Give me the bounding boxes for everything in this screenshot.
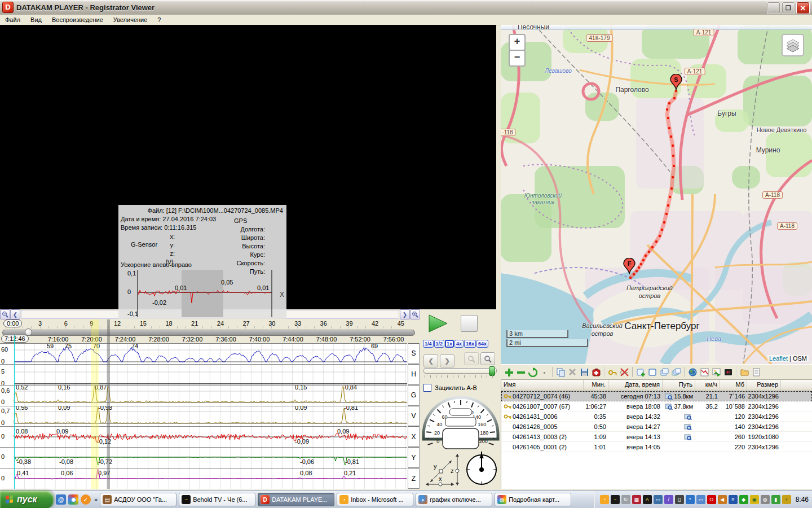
speed-button-1x[interactable]: 1x — [445, 340, 454, 348]
file-table[interactable]: ИмяМин.Дата, времяПутькм/чМбРазмер 04270… — [501, 380, 812, 489]
task-button-chrome[interactable]: ◍Подробная карт... — [495, 493, 571, 506]
track-S[interactable]: 6005975707469 — [0, 343, 407, 365]
track-G[interactable]: 0,600,520,160,870,15-0,84 — [0, 385, 407, 406]
speed-button-1/4[interactable]: 1/4 — [423, 340, 434, 348]
reminder-icon[interactable]: ◔ — [600, 495, 609, 504]
task-button-firefox[interactable]: ◗график отключе... — [416, 493, 492, 506]
track-X[interactable]: 00,080,09-0,12-0,090,09 — [0, 426, 407, 448]
card-reader-icon[interactable]: ▮ — [771, 495, 780, 504]
key-new-icon[interactable]: + — [782, 495, 791, 504]
oracle-icon[interactable]: O — [707, 495, 716, 504]
leaflet-link[interactable]: Leaflet — [769, 355, 788, 362]
zoom-out-icon[interactable] — [0, 309, 10, 319]
sensor-tracks-panel[interactable]: 6005975707469S50H0,600,520,160,870,15-0,… — [0, 343, 420, 489]
speed-button-1/2[interactable]: 1/2 — [434, 340, 445, 348]
firstaid-icon[interactable] — [590, 366, 602, 378]
video-icon[interactable] — [722, 366, 734, 378]
copy-icon[interactable] — [555, 366, 566, 378]
pen-icon[interactable]: / — [664, 495, 673, 504]
stop-button[interactable] — [461, 315, 478, 332]
column-header-3[interactable]: Путь — [663, 380, 695, 391]
zoom-in-icon[interactable] — [410, 309, 420, 319]
table-row[interactable]: 04261426_00050:50вчера 14:271402304x1296 — [501, 422, 812, 432]
add-icon[interactable] — [503, 366, 514, 378]
menu-item-1[interactable]: Вид — [25, 16, 47, 24]
menu-item-2[interactable]: Воспроизведение — [47, 16, 108, 24]
audio-icon[interactable]: ◍ — [761, 495, 770, 504]
close-button[interactable]: ✕ — [796, 2, 810, 14]
map-marker-S[interactable]: S — [670, 74, 682, 91]
task-button-datakam[interactable]: DDATAKAM PLAYE... — [258, 493, 334, 506]
restore-button[interactable]: ❐ — [782, 2, 795, 14]
table-row[interactable]: 04270712_0074 (46)45:38сегодня 07:1315.8… — [501, 391, 812, 401]
task-button-behold[interactable]: ~Behold TV - Че (6... — [179, 493, 255, 506]
monitor-icon[interactable]: ▭ — [696, 495, 705, 504]
table-row[interactable]: 04261413_0003 (2)1:09вчера 14:132601920x… — [501, 432, 812, 442]
diamond-icon[interactable]: ◆ — [739, 495, 748, 504]
keyboard-layout-icon[interactable]: ▦ — [632, 495, 641, 504]
timeline-slider[interactable] — [0, 329, 420, 335]
osm-link[interactable]: OSM — [793, 355, 807, 362]
table-row[interactable]: 04261405_0001 (2)1:01вчера 14:052202304x… — [501, 442, 812, 452]
loop-ab-checkbox[interactable] — [423, 384, 431, 392]
text-a-icon[interactable]: A — [643, 495, 652, 504]
column-header-0[interactable]: Имя — [501, 380, 584, 391]
shield-icon[interactable]: ◉ — [750, 495, 759, 504]
sync-icon[interactable]: ↻ — [621, 495, 630, 504]
key-icon[interactable] — [607, 366, 618, 378]
next-file-button[interactable]: ❯ — [440, 354, 454, 367]
cascade2-icon[interactable] — [670, 366, 682, 378]
minimize-button[interactable]: _ — [767, 2, 780, 14]
dot-icon[interactable] — [539, 366, 550, 378]
timeline-times-ruler[interactable]: 7:12:467:16:007:20:007:24:007:28:007:32:… — [0, 335, 420, 343]
column-header-5[interactable]: Мб — [720, 380, 747, 391]
column-header-4[interactable]: км/ч — [695, 380, 720, 391]
folder-icon[interactable] — [739, 366, 750, 378]
track-Y[interactable]: 0-0,38-0,08-0,72-0,06-0,81 — [0, 447, 407, 468]
usb-icon[interactable]: ▯ — [675, 495, 684, 504]
table-row[interactable]: 04261807_0007 (67)1:06:27вчера 18:0837.8… — [501, 401, 812, 411]
column-header-2[interactable]: Дата, время — [608, 380, 663, 391]
volume-slider[interactable] — [423, 368, 497, 374]
window-tray-icon[interactable]: ▭ — [654, 495, 663, 504]
report-icon[interactable] — [751, 366, 762, 378]
prev-file-button[interactable]: ❮ — [423, 354, 438, 367]
map-zoom-out-button[interactable]: − — [509, 50, 526, 67]
scroll-right-button[interactable]: ❯ — [400, 309, 410, 319]
scroll-left-button[interactable]: ❮ — [10, 309, 20, 319]
delete-icon[interactable] — [567, 366, 578, 378]
task-button-outlook[interactable]: ◔Inbox - Microsoft ... — [337, 493, 413, 506]
map-layers-button[interactable] — [782, 34, 804, 56]
network-icon[interactable]: # — [729, 495, 738, 504]
map[interactable]: + − А-121А-12141К-179-118А-118А-118Песоч… — [501, 25, 812, 364]
cascade-icon[interactable] — [659, 366, 670, 378]
chrome-icon[interactable] — [68, 494, 78, 505]
overlay-close-icon[interactable]: X — [280, 291, 284, 299]
start-button[interactable]: пуск — [0, 491, 54, 508]
behold-tray-icon[interactable]: ~ — [611, 495, 620, 504]
file-table-header[interactable]: ИмяМин.Дата, времяПутькм/чМбРазмер — [501, 380, 812, 391]
menu-item-0[interactable]: Файл — [0, 16, 25, 24]
mail-icon[interactable]: @ — [56, 494, 66, 505]
volume-slider-thumb[interactable] — [489, 366, 495, 376]
refresh-icon[interactable] — [527, 366, 538, 378]
timeline-minutes-ruler[interactable]: 0:00369121518212427303336394245 — [0, 319, 420, 329]
speed-button-16x[interactable]: 16x — [464, 340, 476, 348]
track-Z[interactable]: 00,410,060,970,080,21 — [0, 468, 407, 489]
chart-icon[interactable] — [699, 366, 710, 378]
play-button[interactable] — [427, 314, 449, 333]
frame-icon[interactable] — [647, 366, 658, 378]
zoom-out-small-icon[interactable] — [464, 352, 479, 365]
map-marker-F[interactable]: F — [623, 258, 636, 275]
globe-icon[interactable] — [687, 366, 698, 378]
column-header-1[interactable]: Мин. — [584, 380, 608, 391]
speed-button-64x[interactable]: 64x — [476, 340, 488, 348]
frame-add-icon[interactable] — [635, 366, 646, 378]
table-row[interactable]: 04261431_00060:35вчера 14:321202304x1296 — [501, 411, 812, 422]
image-export-icon[interactable] — [710, 366, 722, 378]
column-header-6[interactable]: Размер — [747, 380, 781, 391]
key-off-icon[interactable] — [619, 366, 630, 378]
task-button-book[interactable]: ▤АСДОУ ООО "Га... — [100, 493, 176, 506]
save-icon[interactable] — [579, 366, 590, 378]
wrench-icon[interactable]: * — [686, 495, 695, 504]
